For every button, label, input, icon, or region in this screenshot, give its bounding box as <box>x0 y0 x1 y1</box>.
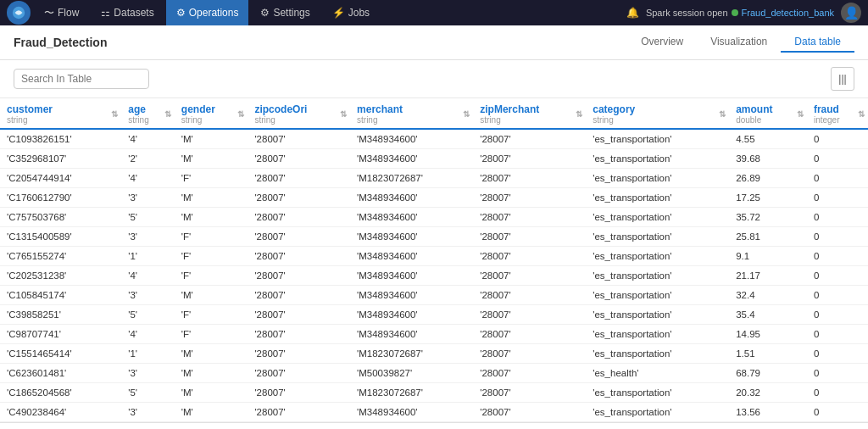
tab-data-table[interactable]: Data table <box>781 32 854 53</box>
table-cell: 21.17 <box>729 266 807 286</box>
table-cell: 'C98707741' <box>0 325 121 344</box>
table-cell: 'es_transportation' <box>586 403 729 422</box>
col-header-zipmerchant: zipMerchant string ⇅ <box>473 98 586 129</box>
sort-icon-age[interactable]: ⇅ <box>164 109 171 118</box>
user-avatar[interactable]: 👤 <box>841 3 861 23</box>
data-table-wrapper: customer string ⇅ age string ⇅ gender st… <box>0 98 868 422</box>
table-cell: 'M348934600' <box>350 325 473 344</box>
table-cell: 'M348934600' <box>350 403 473 422</box>
table-cell: 'C1865204568' <box>0 383 121 403</box>
table-cell: 'M348934600' <box>350 208 473 227</box>
table-cell: 'M348934600' <box>350 266 473 286</box>
table-cell: 'M' <box>175 344 248 364</box>
table-cell: 'C1093826151' <box>0 129 121 149</box>
table-cell: '28007' <box>248 169 350 188</box>
table-row: 'C1760612790''3''M''28007''M348934600''2… <box>0 188 868 208</box>
col-header-age: age string ⇅ <box>121 98 175 129</box>
table-cell: 'C1315400589' <box>0 227 121 247</box>
toolbar: ||| <box>0 60 868 98</box>
sort-icon-zipcodeori[interactable]: ⇅ <box>340 109 347 118</box>
spark-status-text: Spark session open <box>646 8 728 18</box>
table-cell: 1.51 <box>729 344 807 364</box>
table-row: 'C202531238''4''F''28007''M348934600''28… <box>0 266 868 286</box>
table-cell: '28007' <box>248 403 350 422</box>
sort-icon-fraud[interactable]: ⇅ <box>858 109 865 118</box>
table-cell: 'F' <box>175 266 248 286</box>
table-cell: 17.25 <box>729 188 807 208</box>
sort-icon-amount[interactable]: ⇅ <box>797 109 804 118</box>
table-cell: 68.79 <box>729 364 807 383</box>
table-row: 'C1865204568''5''M''28007''M1823072687''… <box>0 383 868 403</box>
nav-settings[interactable]: ⚙ Settings <box>250 0 320 25</box>
table-cell: 'C39858251' <box>0 305 121 325</box>
table-cell: '1' <box>121 344 175 364</box>
table-cell: 25.81 <box>729 227 807 247</box>
spark-status-dot <box>732 9 738 16</box>
table-row: 'C39858251''5''F''28007''M348934600''280… <box>0 305 868 325</box>
col-header-merchant: merchant string ⇅ <box>350 98 473 129</box>
nav-operations[interactable]: ⚙ Operations <box>166 0 249 25</box>
spark-project-link[interactable]: Fraud_detection_bank <box>742 8 834 18</box>
sort-icon-customer[interactable]: ⇅ <box>111 109 118 118</box>
table-cell: 'M' <box>175 188 248 208</box>
search-input[interactable] <box>14 69 149 89</box>
table-cell: '28007' <box>248 286 350 305</box>
sort-icon-merchant[interactable]: ⇅ <box>463 109 470 118</box>
nav-datasets-label: Datasets <box>114 7 153 19</box>
table-row: 'C105845174''3''M''28007''M348934600''28… <box>0 286 868 305</box>
table-cell: 'M348934600' <box>350 129 473 149</box>
table-cell: 'es_transportation' <box>586 325 729 344</box>
table-cell: 0 <box>807 169 868 188</box>
page-title: Fraud_Detection <box>14 36 627 49</box>
sort-icon-zipmerchant[interactable]: ⇅ <box>576 109 582 118</box>
view-tabs: Overview Visualization Data table <box>627 32 854 53</box>
table-cell: 'M' <box>175 208 248 227</box>
table-cell: 'C623601481' <box>0 364 121 383</box>
settings-icon: ⚙ <box>260 7 270 19</box>
table-cell: '3' <box>121 227 175 247</box>
table-cell: 'es_transportation' <box>586 344 729 364</box>
table-cell: '28007' <box>248 149 350 169</box>
table-row: 'C757503768''5''M''28007''M348934600''28… <box>0 208 868 227</box>
table-cell: '28007' <box>473 325 586 344</box>
table-cell: '28007' <box>248 227 350 247</box>
table-cell: 'es_health' <box>586 364 729 383</box>
table-cell: '28007' <box>248 383 350 403</box>
table-cell: '28007' <box>473 383 586 403</box>
table-cell: 'es_transportation' <box>586 383 729 403</box>
sort-icon-category[interactable]: ⇅ <box>719 109 726 118</box>
table-cell: '28007' <box>473 364 586 383</box>
jobs-icon: ⚡ <box>332 7 345 19</box>
table-cell: 'M348934600' <box>350 305 473 325</box>
operations-icon: ⚙ <box>176 7 186 19</box>
table-cell: '3' <box>121 286 175 305</box>
nav-settings-label: Settings <box>273 7 309 19</box>
table-row: 'C2054744914''4''F''28007''M1823072687''… <box>0 169 868 188</box>
table-cell: 0 <box>807 325 868 344</box>
nav-jobs-label: Jobs <box>348 7 370 19</box>
nav-flow[interactable]: 〜 Flow <box>34 0 89 25</box>
nav-datasets[interactable]: ⚏ Datasets <box>91 0 164 25</box>
tab-overview[interactable]: Overview <box>627 32 697 53</box>
table-cell: '28007' <box>248 305 350 325</box>
tab-visualization[interactable]: Visualization <box>697 32 781 53</box>
table-row: 'C352968107''2''M''28007''M348934600''28… <box>0 149 868 169</box>
app-logo[interactable] <box>7 1 31 25</box>
table-cell: '1' <box>121 247 175 266</box>
sort-icon-gender[interactable]: ⇅ <box>237 109 244 118</box>
col-header-customer: customer string ⇅ <box>0 98 121 129</box>
table-row: 'C98707741''4''F''28007''M348934600''280… <box>0 325 868 344</box>
table-cell: 'M' <box>175 383 248 403</box>
table-row: 'C1551465414''1''M''28007''M1823072687''… <box>0 344 868 364</box>
table-cell: 9.1 <box>729 247 807 266</box>
table-cell: '28007' <box>473 286 586 305</box>
notifications-icon[interactable]: 🔔 <box>626 7 639 19</box>
table-cell: '28007' <box>248 344 350 364</box>
table-cell: '28007' <box>473 227 586 247</box>
table-cell: 'es_transportation' <box>586 149 729 169</box>
table-cell: 'M348934600' <box>350 247 473 266</box>
table-cell: 'es_transportation' <box>586 247 729 266</box>
nav-jobs[interactable]: ⚡ Jobs <box>322 0 380 25</box>
columns-toggle-button[interactable]: ||| <box>831 67 854 91</box>
flow-icon: 〜 <box>44 6 54 20</box>
